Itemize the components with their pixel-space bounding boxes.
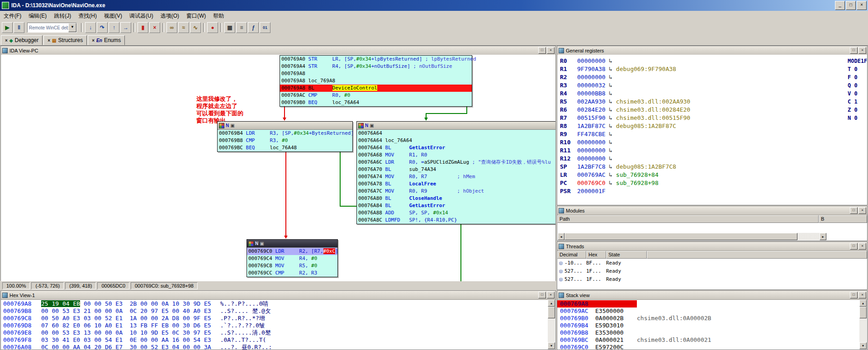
disasm-line[interactable]: 000769C0 LDR R2, [R7,#0xC]: [247, 248, 337, 255]
register-row[interactable]: R000000000↳: [557, 57, 867, 65]
script-button[interactable]: ƒ: [248, 22, 259, 33]
breakpoint-list-button[interactable]: ●: [207, 22, 218, 33]
register-row[interactable]: R400000BB8↳: [557, 90, 867, 98]
disasm-line[interactable]: 000769B4 LDR R3, [SP,#0x34+BytesReturned…: [218, 130, 352, 137]
hex-view-maximize-button[interactable]: □: [538, 292, 546, 298]
register-row[interactable]: PSR2000001F: [557, 187, 867, 195]
jump-arrow-icon[interactable]: ↳: [609, 180, 612, 186]
modules-maximize-button[interactable]: □: [850, 207, 858, 214]
debugger-selector[interactable]: Remote WinCE debugge▼: [27, 23, 77, 33]
stack-row[interactable]: 000769B00A00002Bchsime03.dll:0A00002B: [557, 315, 867, 322]
close-tab-icon[interactable]: ×: [92, 38, 95, 43]
threads-column-hex[interactable]: Hex: [586, 251, 606, 259]
register-row[interactable]: R1000000000↳: [557, 138, 867, 147]
scroll-left-icon[interactable]: ◄: [558, 233, 564, 240]
threads-column-state[interactable]: State: [606, 251, 647, 259]
register-row[interactable]: R300000032↳: [557, 81, 867, 90]
stack-view-maximize-button[interactable]: □: [850, 292, 858, 298]
scroll-down-icon[interactable]: ▼: [548, 342, 555, 349]
menu-item-0[interactable]: 文件(F): [0, 11, 25, 21]
menu-item-5[interactable]: 调试器(U): [126, 11, 157, 21]
register-row[interactable]: LR000769AC↳sub_76928+84: [557, 171, 867, 179]
register-row[interactable]: R5002AA930↳chsime03.dll:002AA930: [557, 98, 867, 106]
disasm-line[interactable]: 000769AC CMP R0, #0: [280, 92, 472, 99]
disasm-line[interactable]: 00076A7C MOV R0, R9 ; hObject: [357, 188, 555, 195]
tab-enums[interactable]: ×EnEnums: [88, 35, 125, 45]
stack-row[interactable]: 000769ACE3500000: [557, 307, 867, 315]
register-row[interactable]: R19F790A38↳debug069:9F790A38: [557, 65, 867, 73]
jump-arrow-icon[interactable]: ↳: [609, 155, 612, 162]
hex-row[interactable]: 000769A825 19 04 EB 00 00 50 E3 2B 00 00…: [1, 300, 555, 307]
register-row[interactable]: R700515F90↳chsime03.dll:00515F90: [557, 114, 867, 122]
scroll-thumb[interactable]: [859, 307, 867, 318]
run-until-return-button[interactable]: ↑: [109, 22, 119, 33]
instruction-trace-button[interactable]: ≈: [178, 22, 189, 33]
node-menu-icon[interactable]: ▣: [370, 123, 374, 128]
hex-row[interactable]: 00076A080C 00 00 AA 04 20 D6 E7 30 00 52…: [1, 344, 555, 350]
hex-row[interactable]: 000769C800 50 A0 E3 03 00 52 E1 1A 00 00…: [1, 315, 555, 322]
disasm-line[interactable]: 00076A64 loc_76A64: [357, 137, 555, 144]
threads-maximize-button[interactable]: □: [850, 243, 858, 250]
step-over-button[interactable]: ↷: [97, 22, 108, 33]
stack-view-scrollbar[interactable]: ▲ ▼: [859, 300, 867, 349]
minimize-button[interactable]: _: [835, 1, 845, 10]
hex-dump[interactable]: 000769A825 19 04 EB 00 00 50 E3 2B 00 00…: [1, 300, 555, 350]
thread-row[interactable]: ◎527...1F...Ready: [557, 275, 867, 283]
jump-arrow-icon[interactable]: ↳: [609, 106, 612, 113]
disasm-line[interactable]: 00076A84 BL GetLastError: [357, 202, 555, 209]
disasm-line[interactable]: 00076A74 MOV R0, R7 ; hMem: [357, 173, 555, 180]
register-row[interactable]: R600284E20↳chsime03.dll:00284E20: [557, 106, 867, 114]
stack-row[interactable]: 000769B4E59D3010: [557, 322, 867, 329]
jump-arrow-icon[interactable]: ↳: [609, 147, 612, 154]
function-trace-button[interactable]: ∿: [190, 22, 201, 33]
threads-column-decimal[interactable]: Decimal: [557, 251, 586, 259]
disasm-line[interactable]: 00076A78 BL LocalFree: [357, 180, 555, 188]
jump-arrow-icon[interactable]: ↳: [609, 82, 612, 89]
hex-row[interactable]: 000769B800 00 53 E3 21 00 00 0A 0C 20 97…: [1, 307, 555, 315]
node-menu-icon[interactable]: ▣: [260, 241, 264, 246]
stack-row[interactable]: 000769BC0A000021chsime03.dll:0A000021: [557, 336, 867, 344]
graph-node[interactable]: N▣00076A6400076A64 loc_76A6400076A64 BL …: [356, 121, 555, 224]
ida-view-close-button[interactable]: ×: [547, 47, 555, 54]
modules-scrollbar[interactable]: ◄ ►: [558, 233, 826, 240]
maximize-button[interactable]: □: [846, 1, 856, 10]
disasm-line[interactable]: 00076A64: [357, 130, 555, 137]
stack-row[interactable]: 000769C0E597200C: [557, 344, 867, 350]
close-tab-icon[interactable]: ×: [5, 38, 8, 43]
disasm-line[interactable]: 00076A80 BL CloseHandle: [357, 195, 555, 202]
disasm-line[interactable]: 000769B0 BEQ loc_76A64: [280, 99, 472, 106]
hex-calc-button[interactable]: 01: [260, 22, 270, 33]
jump-arrow-icon[interactable]: ↳: [609, 66, 612, 72]
stack-view-close-button[interactable]: ×: [859, 292, 866, 298]
disasm-line[interactable]: 000769C8 MOV R5, #0: [247, 262, 337, 270]
modules-path-column[interactable]: Path: [557, 215, 819, 223]
node-menu-icon[interactable]: ▣: [230, 123, 234, 128]
disasm-line[interactable]: 000769A0 STR LR, [SP,#0x34+lpBytesReturn…: [280, 56, 472, 63]
graph-node-header[interactable]: N▣: [247, 240, 337, 248]
jump-arrow-icon[interactable]: ↳: [609, 114, 612, 121]
hex-row[interactable]: 000769F803 30 41 E0 03 00 54 E1 0E 00 00…: [1, 336, 555, 344]
scroll-thumb[interactable]: [548, 307, 555, 318]
jump-arrow-icon[interactable]: ↳: [609, 98, 612, 105]
continue-process-button[interactable]: ▶: [2, 22, 13, 33]
disasm-line[interactable]: 00076A6C LDR R0, =aSPUClidZGmALug ; "查询储…: [357, 159, 555, 166]
register-row[interactable]: SP1A2BF7C8↳debug085:1A2BF7C8: [557, 163, 867, 171]
chevron-down-icon[interactable]: ▼: [68, 23, 76, 32]
menu-item-4[interactable]: 视图(V): [100, 11, 126, 21]
registers-maximize-button[interactable]: □: [850, 47, 858, 54]
graph-node-header[interactable]: N▣: [357, 122, 555, 130]
close-tab-icon[interactable]: ×: [47, 38, 50, 43]
disasm-line[interactable]: 000769CC CMP R2, R3: [247, 270, 337, 277]
register-row[interactable]: R1100000000↳: [557, 147, 867, 155]
hex-view-scrollbar[interactable]: ▲ ▼: [548, 300, 555, 349]
disasm-line[interactable]: 000769A8 loc_769A8: [280, 77, 472, 85]
jump-arrow-icon[interactable]: ↳: [609, 163, 612, 170]
suspend-process-button[interactable]: ▮: [138, 22, 148, 33]
registers-close-button[interactable]: ×: [859, 47, 866, 54]
tab-structures[interactable]: ×▤Structures: [43, 35, 87, 45]
stack-row[interactable]: 000769A8EB041925: [557, 300, 867, 307]
jump-arrow-icon[interactable]: ↳: [609, 131, 612, 137]
ida-view-maximize-button[interactable]: □: [538, 47, 546, 54]
scroll-down-icon[interactable]: ▼: [859, 342, 867, 349]
scroll-right-icon[interactable]: ►: [820, 233, 826, 240]
